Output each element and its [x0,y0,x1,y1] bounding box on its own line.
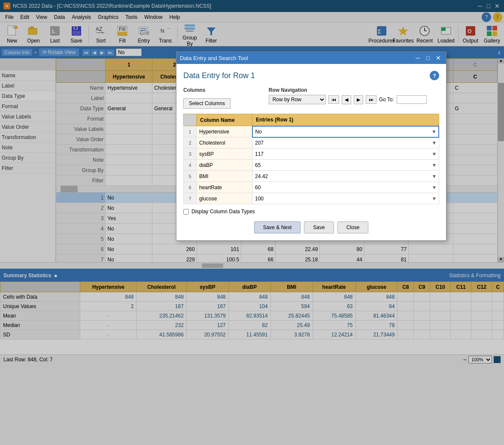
row-nav-label: Row Navigation [269,87,439,93]
entry-header-row: Column Name Entries (Row 1) [184,114,439,126]
nav-next-button[interactable]: ▶ [354,95,363,104]
modal-sections: Columns Select Columns Row Navigation Ro… [183,87,439,109]
nav-last-button[interactable]: ⏭ [366,95,376,104]
entry-values-header: Entries (Row 1) [252,114,439,126]
data-entry-modal: Data Entry and Search Tool ─ □ ✕ Data En… [176,51,446,241]
close-dialog-button[interactable]: Close [337,221,369,233]
modal-title-text: Data Entry and Search Tool [180,55,248,61]
dropdown-arrow-7: ▼ [432,196,437,202]
nav-first-button[interactable]: ⏮ [328,95,339,104]
entry-row-1[interactable]: 1 Hypertensive No ▼ [184,126,439,137]
save-only-button[interactable]: Save [304,221,334,233]
nav-prev-button[interactable]: ◀ [342,95,351,104]
modal-body: Data Entry for Row 1 ? Columns Select Co… [176,64,446,240]
modal-rownav-section: Row Navigation Row by Row Column by Colu… [269,87,439,109]
modal-title-bar: Data Entry and Search Tool ─ □ ✕ [176,52,446,64]
display-col-types-label[interactable]: Display Column Data Types [191,209,255,215]
modal-columns-section: Columns Select Columns [183,87,269,109]
entry-row-7[interactable]: 7 glucose 100 ▼ [184,193,439,204]
modal-heading-area: Data Entry for Row 1 ? [183,71,439,80]
goto-label: Go To: [379,97,394,103]
dropdown-arrow-3: ▼ [432,151,437,157]
modal-close-button[interactable]: ✕ [434,54,443,62]
dropdown-arrow-1: ▼ [431,129,437,135]
columns-label: Columns [183,87,269,93]
modal-heading: Data Entry for Row 1 [183,71,255,80]
modal-restore-button[interactable]: □ [424,54,432,62]
dropdown-arrow-2: ▼ [432,140,437,146]
display-col-types-checkbox[interactable] [183,209,189,215]
checkbox-area: Display Column Data Types [183,209,439,215]
select-columns-button[interactable]: Select Columns [183,98,231,109]
modal-footer: Save & Next Save Close [183,221,439,233]
entry-row-3[interactable]: 3 sysBP 117 ▼ [184,148,439,160]
modal-minimize-button[interactable]: ─ [413,54,422,62]
entry-num-header [184,114,197,126]
goto-input[interactable] [397,95,427,104]
row-nav-area: Row by Row Column by Column ⏮ ◀ ▶ ⏭ Go T… [269,95,439,104]
entry-row-2[interactable]: 2 Cholesterol 207 ▼ [184,137,439,148]
modal-help-button[interactable]: ? [430,71,439,80]
entry-row-6[interactable]: 6 heartRate 60 ▼ [184,182,439,193]
row-nav-select[interactable]: Row by Row Column by Column [269,95,326,104]
entry-row-5[interactable]: 5 BMI 24.42 ▼ [184,171,439,182]
entry-row-4[interactable]: 4 diaBP 65 ▼ [184,160,439,171]
save-next-button[interactable]: Save & Next [254,221,301,233]
entry-table: Column Name Entries (Row 1) 1 Hypertensi… [183,114,439,204]
entry-colname-header: Column Name [197,114,252,126]
dropdown-arrow-6: ▼ [432,185,437,191]
dropdown-arrow-5: ▼ [432,173,437,179]
modal-overlay: Data Entry and Search Tool ─ □ ✕ Data En… [0,0,504,445]
dropdown-arrow-4: ▼ [432,162,437,168]
